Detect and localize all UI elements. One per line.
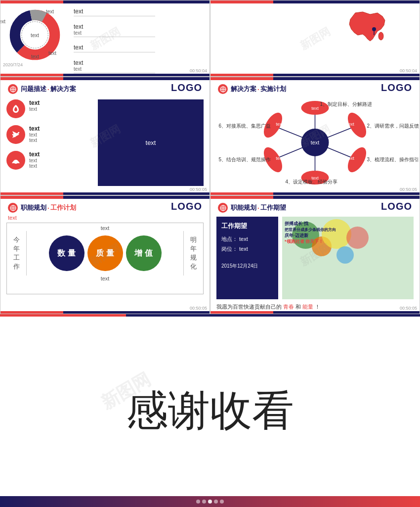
divider-1 <box>74 16 155 16</box>
slide4-logo: LOGO <box>171 201 202 212</box>
slide3-header: 解决方案 · 实施计划 LOGO <box>210 77 420 97</box>
nav-dot-4[interactable] <box>214 500 218 504</box>
right-label: 明 年 规 化 <box>183 231 203 276</box>
slide-problem: 问题描述 · 解决方案 LOGO text text <box>0 77 210 195</box>
svg-text:text: text <box>311 176 319 181</box>
bottom-bar-6 <box>210 311 420 314</box>
svg-point-6 <box>378 32 383 40</box>
text-item-1: text <box>74 8 155 16</box>
text-list-1: text text text text text text <box>74 8 155 73</box>
donut-label-3: text <box>31 54 39 59</box>
icon-sub-3a: text <box>29 158 40 163</box>
circle-quantity: 数 量 <box>49 235 84 271</box>
svg-text:text: text <box>347 122 354 127</box>
icon-sub-2a: text <box>29 132 40 138</box>
timestamp-3: 00:50:05 <box>190 187 207 192</box>
nav-dot-1[interactable] <box>196 500 200 504</box>
slide2-icons: text text text text text <box>6 99 93 186</box>
slide5-title1: 职能规划 <box>231 203 256 212</box>
slide-solution: 解决方案 · 实施计划 LOGO <box>210 77 420 195</box>
nav-bar[interactable] <box>0 496 420 507</box>
slide5-content: 工作期望 地点： text 岗位： text 2015年12月24日 <box>210 215 420 301</box>
icon-text-3: text text text <box>29 151 40 169</box>
right-label-2: 年 <box>190 244 197 253</box>
top-bar-2 <box>210 0 420 3</box>
nav-dot-5[interactable] <box>220 500 224 504</box>
slide4-title2: 工作计划 <box>50 203 76 212</box>
icon-row-3: text text text <box>6 151 93 170</box>
svg-point-7 <box>372 27 376 31</box>
wish-line-2: 把世界分成多少条线你的方向 <box>285 227 336 232</box>
scatter-5 <box>346 227 369 249</box>
bottom-red2: 能量 <box>302 304 313 310</box>
slide2-title1: 问题描述 <box>21 85 46 93</box>
scatter-4 <box>336 246 354 264</box>
timestamp-4: 00:50:05 <box>400 187 417 192</box>
slide2-title2: 解决方案 <box>50 85 76 93</box>
text-item-3: text <box>74 44 155 52</box>
wish-line-3: 庆年·迈进新 <box>285 232 336 239</box>
slide2-sep: · <box>47 86 49 93</box>
text-item-4-sub: text <box>74 66 155 72</box>
work-top-label: text <box>7 223 203 231</box>
left-label-4: 作 <box>13 262 20 271</box>
slide3-title1: 解决方案 <box>231 85 256 93</box>
right-label-1: 明 <box>190 235 197 244</box>
slide5-date: 2015年12月24日 <box>221 263 273 270</box>
text-item-4: text text <box>74 59 155 73</box>
slide3-logo: LOGO <box>381 82 412 93</box>
text-item-2-label: text <box>74 23 155 30</box>
icon-text-2: text text text <box>29 125 40 143</box>
position-value: text <box>239 246 248 252</box>
timestamp-1: 00:50:04 <box>190 68 207 73</box>
text-item-2-sub: text <box>74 30 155 36</box>
timestamp-5: 00:50:05 <box>190 306 207 311</box>
circles-container: 数 量 质 量 增 值 <box>32 235 178 271</box>
slide-expectation: 职能规划 · 工作期望 LOGO 工作期望 地点： text 岗位： text <box>210 195 420 314</box>
icon-text-1: text text <box>29 99 40 112</box>
slide5-logo: LOGO <box>381 201 412 212</box>
bottom-text: 我愿为百世快递贡献自己的 <box>216 304 282 310</box>
slide3-title2: 实施计划 <box>260 85 286 93</box>
nav-dot-3[interactable] <box>208 500 212 504</box>
slide4-title1: 职能规划 <box>21 203 46 212</box>
right-label-3: 规 <box>190 253 197 262</box>
donut-chart: text text text text text <box>6 6 63 63</box>
globe-icon-3 <box>218 84 228 94</box>
divider-4 <box>74 73 155 73</box>
text-item-2: text text <box>74 23 155 37</box>
slide5-position: 岗位： text <box>221 245 273 253</box>
slide2-box-text: text <box>146 139 156 146</box>
icon-row-2: text text text <box>6 125 93 144</box>
row1: text text text text text text text text <box>0 0 420 77</box>
presentation-grid: text text text text text text text text <box>0 0 420 507</box>
slide5-location: 地点： text <box>221 235 273 243</box>
slide4-subtitle: text <box>0 215 210 221</box>
work-diagram: text 今 年 工 作 数 量 质 量 增 值 <box>6 223 204 294</box>
thankyou-text: 感谢收看 <box>126 382 294 439</box>
slide5-wish-text: 拼搏成长·找 把世界分成多少条线你的方向 庆年·迈进新 *领跑社者 你天下！ <box>285 221 336 245</box>
watermark-2: 新图网 <box>297 24 333 53</box>
svg-text:text: text <box>276 122 283 127</box>
nav-dot-2[interactable] <box>202 500 206 504</box>
bottom-bar-5 <box>0 311 210 314</box>
icon-sub-3b: text <box>29 163 40 169</box>
slide-workplan: 职能规划 · 工作计划 LOGO text text 今 年 工 作 <box>0 195 210 314</box>
timestamp-2: 00:50:04 <box>400 68 417 73</box>
top-bar-3 <box>0 77 210 80</box>
slide5-sep: · <box>257 204 259 212</box>
svg-text:2、调研需求，问题反馈: 2、调研需求，问题反馈 <box>367 123 420 129</box>
top-bar-1 <box>0 0 210 3</box>
slide5-imagebox: 拼搏成长·找 把世界分成多少条线你的方向 庆年·迈进新 *领跑社者 你天下！ <box>282 217 414 299</box>
circles-row: 今 年 工 作 数 量 质 量 增 值 明 年 规 <box>7 231 203 276</box>
svg-text:text: text <box>276 156 283 161</box>
top-bar-6 <box>210 196 420 199</box>
work-bottom-label: text <box>7 276 203 283</box>
icon-sub-1: text <box>29 106 40 112</box>
slide2-content: text text text text text <box>0 97 210 188</box>
left-label-3: 工 <box>13 253 20 262</box>
timestamp-6: 00:50:05 <box>400 306 417 311</box>
slide-thankyou: 感谢收看 新图网 <box>0 314 420 507</box>
row2: 问题描述 · 解决方案 LOGO text text <box>0 77 420 195</box>
icon-circle-3 <box>6 151 25 170</box>
